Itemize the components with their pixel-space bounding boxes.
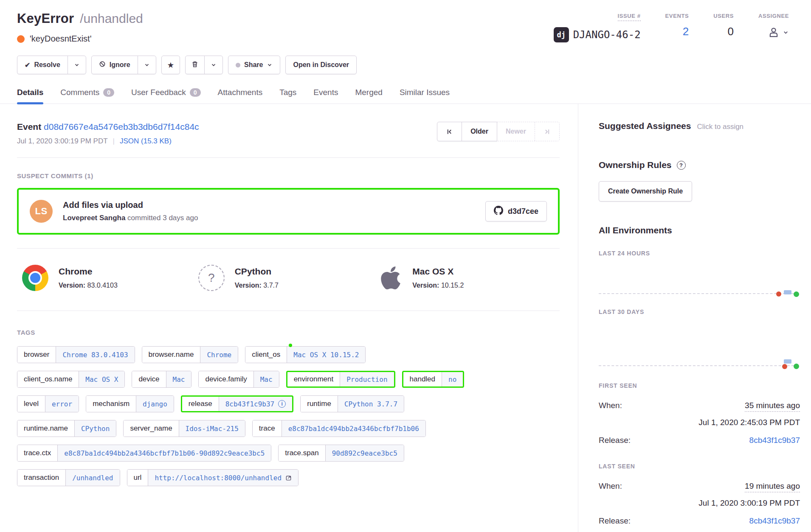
oldest-event-button[interactable]	[437, 122, 462, 141]
info-icon[interactable]: i	[278, 400, 286, 408]
first-seen-absolute: Jul 1, 2020 2:45:03 PM PDT	[599, 418, 800, 427]
tag-key: environment	[287, 372, 340, 386]
tag-value-link[interactable]: Mac OS X 10.15.2	[287, 347, 365, 363]
tag-value: 8cb43f1c9b37	[225, 400, 275, 408]
event-header-left: Event d08d7667e4a5476eb3b3db6d7f14c84c J…	[17, 122, 199, 146]
tag-value: Idos-iMac-215	[186, 425, 239, 433]
issue-tabs: DetailsComments0User Feedback0Attachment…	[0, 88, 811, 104]
first-seen-label: FIRST SEEN	[599, 382, 800, 389]
tab-merged[interactable]: Merged	[355, 88, 382, 104]
issue-detail-page: KeyError /unhandled 'keyDoesntExist' ISS…	[0, 0, 811, 532]
tag-handled: handledno	[402, 371, 465, 388]
tag-value-link[interactable]: error	[45, 396, 79, 412]
divider	[17, 157, 560, 158]
event-json-link[interactable]: JSON (15.3 KB)	[120, 137, 172, 146]
tag-value-link[interactable]: http://localhost:8000/unhandled	[148, 470, 298, 486]
tag-value-link[interactable]: 8cb43f1c9b37i	[219, 397, 293, 411]
tab-user-feedback[interactable]: User Feedback0	[131, 88, 201, 104]
commit-sha: d3d7cee	[508, 207, 538, 216]
ignore-dropdown-button[interactable]	[138, 56, 156, 74]
context-name: Mac OS X	[412, 266, 464, 277]
commit-sha-button[interactable]: d3d7cee	[485, 201, 547, 221]
open-in-discover-button[interactable]: Open in Discover	[286, 56, 356, 74]
tag-value-link[interactable]: no	[442, 372, 463, 386]
commit-title: Add files via upload	[63, 200, 475, 210]
events-count[interactable]: 2	[683, 25, 689, 38]
tab-tags[interactable]: Tags	[279, 88, 296, 104]
tag-value-link[interactable]: Chrome 83.0.4103	[56, 347, 134, 363]
tag-value-link[interactable]: Mac	[253, 371, 279, 387]
tab-comments[interactable]: Comments0	[60, 88, 114, 104]
tab-details[interactable]: Details	[17, 88, 43, 104]
tag-key: browser.name	[142, 347, 200, 363]
event-date-line: Jul 1, 2020 3:00:19 PM PDT | JSON (15.3 …	[17, 137, 199, 146]
tag-value-link[interactable]: Idos-iMac-215	[179, 420, 245, 437]
context-version: Version: 10.15.2	[412, 282, 464, 289]
event-id-line: Event d08d7667e4a5476eb3b3db6d7f14c84c	[17, 122, 199, 132]
tab-count-badge: 0	[103, 88, 114, 97]
first-seen-release-link[interactable]: 8cb43f1c9b37	[749, 436, 800, 445]
tag-key: transaction	[17, 470, 65, 486]
tag-value-link[interactable]: e8c87ba1dc494bb2a4346bcfbf7b1b06-90d892c…	[57, 445, 271, 461]
tag-value-link[interactable]: /unhandled	[65, 470, 119, 486]
resolve-dropdown-button[interactable]	[68, 56, 86, 74]
trash-icon	[191, 61, 198, 70]
tag-value-link[interactable]: CPython 3.7.7	[338, 396, 404, 412]
assignee-dropdown[interactable]	[767, 25, 789, 39]
share-button[interactable]: Share	[228, 56, 280, 74]
last-seen-when-row: When: 19 minutes ago	[599, 482, 800, 493]
last-24-hours-label: LAST 24 HOURS	[599, 250, 800, 257]
tag-trace: tracee8c87ba1dc494bb2a4346bcfbf7b1b06	[252, 420, 426, 437]
resolve-button[interactable]: ✔ Resolve	[17, 56, 68, 74]
issue-short-id[interactable]: dj DJANGO-46-2	[554, 27, 641, 42]
stat-users: USERS 0	[713, 13, 734, 42]
tag-value-link[interactable]: django	[136, 396, 174, 412]
tab-similar-issues[interactable]: Similar Issues	[400, 88, 450, 104]
discover-button-group: Open in Discover	[285, 56, 357, 74]
tag-value-link[interactable]: CPython	[74, 420, 116, 437]
tag-value-link[interactable]: 90d892c9eace3bc5	[325, 445, 404, 461]
event-id-link[interactable]: d08d7667e4a5476eb3b3db6d7f14c84c	[44, 122, 199, 132]
tag-key: client_os	[245, 347, 287, 363]
tab-label: User Feedback	[131, 88, 186, 97]
spark-error-marker	[782, 364, 787, 369]
tag-value-link[interactable]: e8c87ba1dc494bb2a4346bcfbf7b1b06	[282, 420, 425, 437]
issue-short-id-text: DJANGO-46-2	[573, 29, 641, 41]
commit-subtitle: Lovepreet Sangha committed 3 days ago	[63, 214, 475, 222]
tag-runtime: runtimeCPython 3.7.7	[300, 395, 404, 412]
avatar: LS	[30, 200, 53, 223]
tag-release: release8cb43f1c9b37i	[181, 395, 293, 412]
tag-key: browser	[17, 347, 56, 363]
tag-key: client_os.name	[17, 371, 79, 387]
issue-stats: ISSUE # dj DJANGO-46-2 EVENTS 2 USERS 0 …	[554, 11, 789, 42]
star-button[interactable]: ★	[162, 56, 180, 74]
tab-attachments[interactable]: Attachments	[218, 88, 263, 104]
external-link-icon[interactable]	[285, 475, 292, 481]
delete-button[interactable]	[186, 56, 204, 74]
help-icon[interactable]: ?	[677, 161, 686, 170]
event-pagination: Older Newer	[437, 122, 560, 141]
newer-event-button[interactable]: Newer	[497, 122, 535, 141]
last-30-days-label: LAST 30 DAYS	[599, 308, 800, 315]
ignore-button[interactable]: Ignore	[92, 56, 138, 74]
delete-dropdown-button[interactable]	[204, 56, 222, 74]
create-ownership-rule-button[interactable]: Create Ownership Rule	[599, 181, 692, 202]
tag-value-link[interactable]: Chrome	[200, 347, 238, 363]
tag-value-link[interactable]: Mac	[166, 371, 191, 387]
tag-key: release	[182, 397, 219, 411]
tag-list: browserChrome 83.0.4103browser.nameChrom…	[17, 346, 560, 486]
older-event-button[interactable]: Older	[462, 122, 497, 141]
tag-server_name: server_nameIdos-iMac-215	[123, 420, 245, 437]
tab-events[interactable]: Events	[313, 88, 338, 104]
tag-value-link[interactable]: Production	[340, 372, 394, 386]
bookmark-button-group: ★	[161, 56, 180, 74]
chrome-icon	[22, 265, 48, 291]
tag-row: browserChrome 83.0.4103browser.nameChrom…	[17, 346, 560, 363]
last-seen-release-link[interactable]: 8cb43f1c9b37	[749, 516, 800, 526]
tag-value: e8c87ba1dc494bb2a4346bcfbf7b1b06	[288, 425, 419, 433]
issue-title: KeyError	[17, 11, 74, 26]
tag-client_os.name: client_os.nameMac OS X	[17, 371, 125, 388]
event-contexts: Chrome Version: 83.0.4103 ? CPython Vers…	[17, 248, 560, 311]
newest-event-button[interactable]	[535, 122, 559, 141]
tag-value-link[interactable]: Mac OS X	[79, 371, 124, 387]
